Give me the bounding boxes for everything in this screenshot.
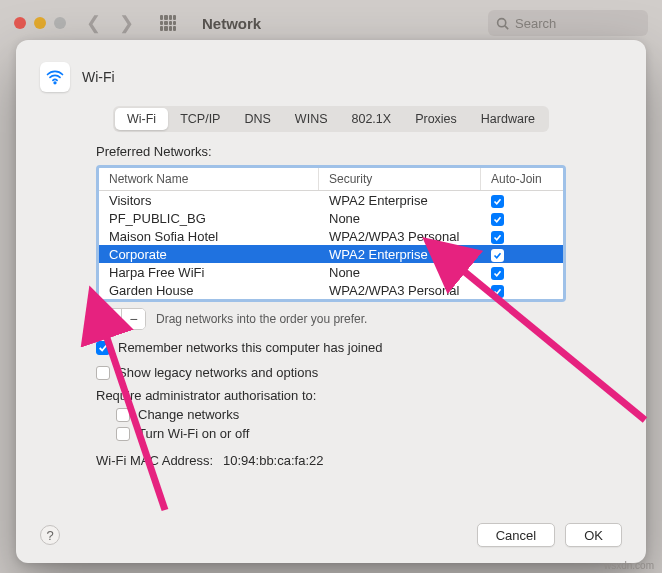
network-name: Garden House [99, 281, 319, 299]
table-row[interactable]: PF_PUBLIC_BGNone [99, 209, 563, 227]
drag-hint: Drag networks into the order you prefer. [156, 312, 367, 326]
network-name: Harpa Free WiFi [99, 263, 319, 281]
autojoin-cell[interactable] [481, 191, 563, 209]
autojoin-checkbox[interactable] [491, 267, 504, 280]
content-area: Preferred Networks: Network Name Securit… [40, 144, 622, 513]
autojoin-cell[interactable] [481, 263, 563, 281]
table-row[interactable]: Maison Sofia HotelWPA2/WPA3 Personal [99, 227, 563, 245]
network-name: Maison Sofia Hotel [99, 227, 319, 245]
autojoin-checkbox[interactable] [491, 213, 504, 226]
tab-802-1x[interactable]: 802.1X [340, 108, 404, 130]
table-body: VisitorsWPA2 EnterprisePF_PUBLIC_BGNoneM… [99, 191, 563, 299]
change-networks-label: Change networks [138, 407, 239, 422]
show-legacy-label: Show legacy networks and options [118, 365, 318, 380]
remember-label: Remember networks this computer has join… [118, 340, 382, 355]
tab-tcp-ip[interactable]: TCP/IP [168, 108, 232, 130]
tab-wins[interactable]: WINS [283, 108, 340, 130]
cancel-button[interactable]: Cancel [477, 523, 555, 547]
network-security: None [319, 209, 481, 227]
turn-wifi-row[interactable]: Turn Wi-Fi on or off [116, 426, 566, 441]
col-header-security[interactable]: Security [319, 168, 481, 190]
tab-dns[interactable]: DNS [232, 108, 282, 130]
network-name: Visitors [99, 191, 319, 209]
autojoin-checkbox[interactable] [491, 249, 504, 262]
watermark: wsxdn.com [604, 560, 654, 571]
remember-checkbox[interactable] [96, 341, 110, 355]
autojoin-cell[interactable] [481, 281, 563, 299]
sheet-title: Wi-Fi [82, 69, 115, 85]
network-name: Corporate [99, 245, 319, 263]
table-row[interactable]: CorporateWPA2 Enterprise [99, 245, 563, 263]
turn-wifi-label: Turn Wi-Fi on or off [138, 426, 249, 441]
wifi-advanced-sheet: Wi-Fi Wi-FiTCP/IPDNSWINS802.1XProxiesHar… [16, 40, 646, 563]
network-security: WPA2 Enterprise [319, 245, 481, 263]
show-legacy-checkbox[interactable] [96, 366, 110, 380]
network-security: WPA2/WPA3 Personal [319, 227, 481, 245]
add-remove-group: + − [96, 308, 146, 330]
show-legacy-row[interactable]: Show legacy networks and options [96, 365, 566, 380]
autojoin-checkbox[interactable] [491, 285, 504, 298]
network-security: WPA2/WPA3 Personal [319, 281, 481, 299]
change-networks-row[interactable]: Change networks [116, 407, 566, 422]
sheet-footer: ? Cancel OK [40, 513, 622, 547]
autojoin-checkbox[interactable] [491, 195, 504, 208]
add-network-button[interactable]: + [97, 309, 121, 329]
preferred-networks-label: Preferred Networks: [96, 144, 566, 159]
col-header-autojoin[interactable]: Auto-Join [481, 168, 563, 190]
wifi-icon [40, 62, 70, 92]
ok-button[interactable]: OK [565, 523, 622, 547]
table-row[interactable]: VisitorsWPA2 Enterprise [99, 191, 563, 209]
networks-table: Network Name Security Auto-Join Visitors… [96, 165, 566, 302]
mac-label: Wi-Fi MAC Address: [96, 453, 213, 468]
svg-point-2 [54, 82, 56, 84]
autojoin-cell[interactable] [481, 227, 563, 245]
tab-bar: Wi-FiTCP/IPDNSWINS802.1XProxiesHardware [113, 106, 549, 132]
tab-wi-fi[interactable]: Wi-Fi [115, 108, 168, 130]
mac-value: 10:94:bb:ca:fa:22 [223, 453, 323, 468]
sheet-header: Wi-Fi [40, 62, 622, 92]
mac-address-row: Wi-Fi MAC Address: 10:94:bb:ca:fa:22 [96, 453, 566, 468]
table-row[interactable]: Harpa Free WiFiNone [99, 263, 563, 281]
remember-networks-row[interactable]: Remember networks this computer has join… [96, 340, 566, 355]
table-header: Network Name Security Auto-Join [99, 168, 563, 191]
tab-hardware[interactable]: Hardware [469, 108, 547, 130]
require-admin-label: Require administrator authorisation to: [96, 388, 566, 403]
tab-proxies[interactable]: Proxies [403, 108, 469, 130]
change-networks-checkbox[interactable] [116, 408, 130, 422]
col-header-name[interactable]: Network Name [99, 168, 319, 190]
network-security: None [319, 263, 481, 281]
autojoin-cell[interactable] [481, 245, 563, 263]
autojoin-cell[interactable] [481, 209, 563, 227]
network-name: PF_PUBLIC_BG [99, 209, 319, 227]
network-security: WPA2 Enterprise [319, 191, 481, 209]
autojoin-checkbox[interactable] [491, 231, 504, 244]
remove-network-button[interactable]: − [121, 309, 145, 329]
table-row[interactable]: Garden HouseWPA2/WPA3 Personal [99, 281, 563, 299]
help-button[interactable]: ? [40, 525, 60, 545]
table-footer: + − Drag networks into the order you pre… [96, 308, 566, 330]
turn-wifi-checkbox[interactable] [116, 427, 130, 441]
